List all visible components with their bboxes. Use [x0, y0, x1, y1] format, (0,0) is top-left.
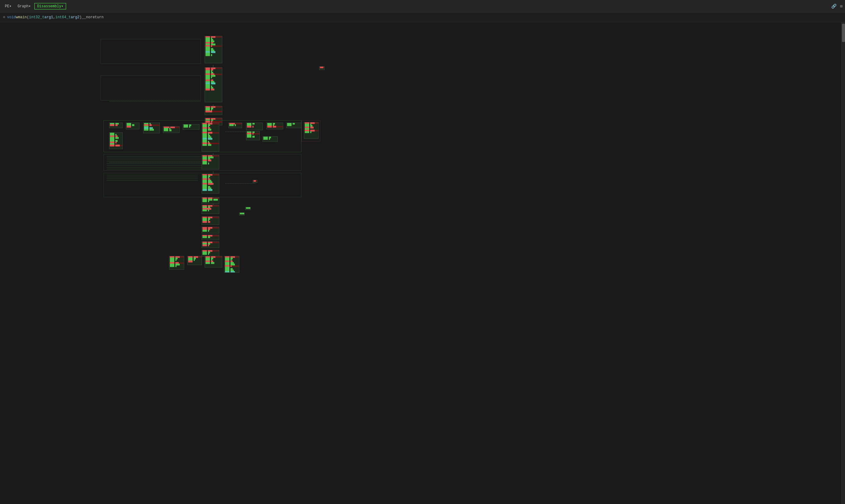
function-bar: ⊙ void wmain ( int32_t arg1 , int64_t ar…: [0, 13, 845, 22]
node-far-right-1[interactable]: ████ ████ ████ █ ████ ██ ████ ███ ████ █…: [304, 122, 318, 139]
node-bottom-right-1[interactable]: ████ ████ ████ ██ ████ █ ████ ██ ████ ██…: [224, 256, 239, 273]
scroll-thumb[interactable]: [842, 24, 845, 42]
node-flow-5[interactable]: ████ ████ ████ ██ ████ █: [201, 250, 219, 256]
node-bottom-left[interactable]: ████ ████ ████ ██ ████ █ ████ ████ ███ █…: [169, 256, 184, 270]
node-flow-2[interactable]: ████ ████ ████ ██ ████ █: [201, 227, 219, 233]
node-left-3[interactable]: ████ █ ████ ██ ████ ████ ███ ████ ████: [143, 123, 160, 133]
node-right-bottom-2[interactable]: ████ ██ ████ █: [263, 136, 278, 142]
node-entry[interactable]: ████ ████ ████ █ ████ ██ ████ ███ ████ █…: [205, 36, 222, 63]
panel-button[interactable]: ⊞: [840, 4, 843, 9]
node-bottom-center-1[interactable]: ████ ████ ████ ██ ████ █ ████: [187, 256, 202, 265]
node-b2-main[interactable]: ████ ████ ████ ██ ████ █ ████ ██ ████ ██…: [201, 174, 219, 194]
node-center-2[interactable]: ████ ██ ████ █: [183, 124, 199, 130]
function-icon: ⊙: [3, 15, 5, 19]
scroll-bar[interactable]: [841, 22, 845, 504]
node-right-3[interactable]: ████ ██ ████ █ ████ ███: [266, 123, 283, 129]
node-after-wide[interactable]: ████ ████ ████ █████ ████ ██ ████ ███ ██…: [201, 155, 219, 169]
node-bottom-center-2[interactable]: ████ ████ ████ ██ ████ █ ████ ██ ████ ██…: [205, 256, 222, 268]
node-2[interactable]: ████ ████ ████ ██ ████ █ ████ ██ ████ ██…: [205, 67, 222, 102]
graph-menu[interactable]: Graph▾: [15, 3, 33, 9]
node-flow-3[interactable]: ████ ████ ████ ██: [201, 235, 219, 240]
container-left-top: [101, 39, 201, 64]
pe-menu[interactable]: PE▾: [2, 3, 14, 9]
node-left-2[interactable]: ████ ████ ██ ████: [126, 123, 139, 129]
node-mid-1[interactable]: ████ ████ ████ ████ ████ ████ █: [201, 197, 219, 204]
node-left-4[interactable]: ████ ████ █ ████ ██ ████ ███ ████ ████ █…: [109, 132, 123, 149]
link-button[interactable]: 🔗: [831, 4, 837, 9]
node-right-4[interactable]: ████ ██ ████: [286, 123, 301, 128]
disassembly-menu[interactable]: Disassembly▾: [34, 3, 66, 10]
node-side-right-2[interactable]: ████: [239, 213, 245, 215]
node-flow-1[interactable]: ████ ████ ████ ██ ████ █ ████ ██: [201, 216, 219, 225]
node-center-main[interactable]: ████ ████ ████ ██ ████ █ ████ ██ ████ ██…: [201, 123, 219, 151]
node-right-1[interactable]: █████ ████ █: [228, 123, 242, 128]
node-right-bottom-1[interactable]: ████ ██ ████ █ ████ ████ ██: [246, 131, 260, 140]
node-flow-4[interactable]: ████ ████ ████ ██ ████ █: [201, 241, 219, 248]
node-side-right-1[interactable]: ████: [245, 207, 251, 210]
top-bar: PE▾ Graph▾ Disassembly▾ 🔗 ⊞: [0, 0, 845, 13]
container-left-2: [101, 75, 201, 101]
node-mid-2[interactable]: ████ ████ ████ ██ ████████ ████ █: [201, 205, 219, 214]
node-left-1[interactable]: ████ ███ ████ ██: [109, 123, 123, 128]
node-3[interactable]: ████ ████ ████ ██ ████ █ ██████: [205, 106, 222, 115]
node-center-1[interactable]: █████ ████ ████ █ ████ ██: [163, 126, 180, 133]
graph-area[interactable]: ████ ████ ████ █ ████ ██ ████ ███ ████ █…: [0, 22, 845, 504]
node-right-sub-1[interactable]: ██: [253, 180, 257, 183]
node-right-2[interactable]: ████ ██ ████ ████ █: [246, 123, 263, 130]
node-isolated-right[interactable]: ███: [319, 66, 324, 70]
